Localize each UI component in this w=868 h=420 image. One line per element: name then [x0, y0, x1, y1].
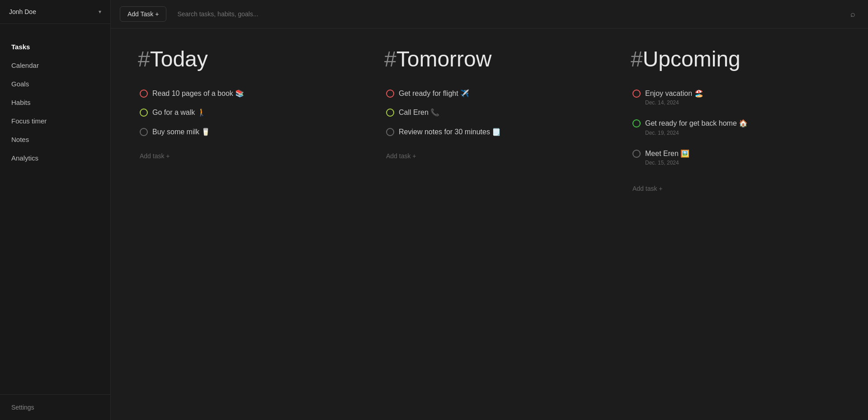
- list-item[interactable]: Get ready for get back home 🏠Dec. 19, 20…: [631, 115, 841, 139]
- task-list-upcoming: Enjoy vacation 🏖️Dec. 14, 2024Get ready …: [631, 85, 841, 173]
- task-text: Call Eren 📞: [399, 108, 439, 118]
- search-icon: ⌕: [850, 9, 855, 19]
- main-content: Add Task + ⌕ #TodayRead 10 pages of a bo…: [111, 0, 868, 420]
- list-item[interactable]: Meet Eren 🖼️Dec. 15, 2024: [631, 145, 841, 170]
- board: #TodayRead 10 pages of a book 📚Go for a …: [111, 28, 868, 420]
- upcoming-task-info: Meet Eren 🖼️Dec. 15, 2024: [645, 149, 689, 166]
- hash-icon: #: [138, 47, 150, 71]
- task-circle: [140, 109, 148, 117]
- column-title-today: #Today: [138, 47, 348, 71]
- task-text: Get ready for flight ✈️: [399, 89, 469, 99]
- add-task-button[interactable]: Add Task +: [120, 6, 166, 22]
- task-text: Review notes for 30 minutes 🗒️: [399, 127, 501, 137]
- chevron-down-icon: ▾: [99, 9, 101, 15]
- task-text: Enjoy vacation 🏖️: [645, 89, 703, 99]
- sidebar-item-focus-timer[interactable]: Focus timer: [0, 112, 110, 130]
- column-upcoming: #UpcomingEnjoy vacation 🏖️Dec. 14, 2024G…: [631, 47, 841, 195]
- task-date: Dec. 15, 2024: [645, 160, 689, 166]
- sidebar-item-notes[interactable]: Notes: [0, 130, 110, 149]
- task-circle: [140, 90, 148, 98]
- column-title-upcoming: #Upcoming: [631, 47, 841, 71]
- task-circle: [386, 109, 394, 117]
- sidebar-bottom: Settings: [0, 394, 110, 420]
- user-name: Jonh Doe: [9, 8, 36, 15]
- task-text: Read 10 pages of a book 📚: [152, 89, 244, 99]
- user-menu[interactable]: Jonh Doe ▾: [0, 0, 110, 24]
- task-circle: [632, 150, 641, 158]
- sidebar: Jonh Doe ▾ TasksCalendarGoalsHabitsFocus…: [0, 0, 111, 420]
- task-list-today: Read 10 pages of a book 📚Go for a walk 🚶…: [138, 85, 348, 141]
- upcoming-task-info: Enjoy vacation 🏖️Dec. 14, 2024: [645, 89, 703, 106]
- task-text: Meet Eren 🖼️: [645, 149, 689, 159]
- settings-nav-item[interactable]: Settings: [11, 404, 99, 411]
- sidebar-item-habits[interactable]: Habits: [0, 93, 110, 112]
- task-circle: [140, 128, 148, 136]
- task-circle: [632, 90, 641, 98]
- sidebar-item-calendar[interactable]: Calendar: [0, 56, 110, 75]
- sidebar-nav: TasksCalendarGoalsHabitsFocus timerNotes…: [0, 24, 110, 394]
- topbar: Add Task + ⌕: [111, 0, 868, 28]
- task-text: Buy some milk 🥛: [152, 127, 210, 137]
- task-text: Go for a walk 🚶: [152, 108, 206, 118]
- sidebar-item-tasks[interactable]: Tasks: [0, 38, 110, 56]
- add-task-link-today[interactable]: Add task +: [138, 150, 348, 162]
- table-row[interactable]: Review notes for 30 minutes 🗒️: [384, 123, 594, 141]
- search-icon-button[interactable]: ⌕: [847, 8, 859, 21]
- list-item[interactable]: Enjoy vacation 🏖️Dec. 14, 2024: [631, 85, 841, 109]
- add-task-link-tomorrow[interactable]: Add task +: [384, 150, 594, 162]
- table-row[interactable]: Read 10 pages of a book 📚: [138, 85, 348, 102]
- column-tomorrow: #TomorrowGet ready for flight ✈️Call Ere…: [384, 47, 594, 162]
- task-circle: [386, 90, 394, 98]
- add-task-link-upcoming[interactable]: Add task +: [631, 182, 841, 195]
- task-circle: [632, 119, 641, 127]
- search-input[interactable]: [172, 7, 841, 21]
- sidebar-item-goals[interactable]: Goals: [0, 75, 110, 93]
- sidebar-item-analytics[interactable]: Analytics: [0, 149, 110, 167]
- column-today: #TodayRead 10 pages of a book 📚Go for a …: [138, 47, 348, 162]
- table-row[interactable]: Call Eren 📞: [384, 104, 594, 121]
- task-text: Get ready for get back home 🏠: [645, 118, 748, 128]
- task-list-tomorrow: Get ready for flight ✈️Call Eren 📞Review…: [384, 85, 594, 141]
- hash-icon: #: [631, 47, 643, 71]
- column-title-tomorrow: #Tomorrow: [384, 47, 594, 71]
- task-date: Dec. 19, 2024: [645, 130, 748, 136]
- upcoming-task-info: Get ready for get back home 🏠Dec. 19, 20…: [645, 118, 748, 136]
- table-row[interactable]: Get ready for flight ✈️: [384, 85, 594, 102]
- task-date: Dec. 14, 2024: [645, 99, 703, 106]
- task-circle: [386, 128, 394, 136]
- table-row[interactable]: Buy some milk 🥛: [138, 123, 348, 141]
- table-row[interactable]: Go for a walk 🚶: [138, 104, 348, 121]
- hash-icon: #: [384, 47, 396, 71]
